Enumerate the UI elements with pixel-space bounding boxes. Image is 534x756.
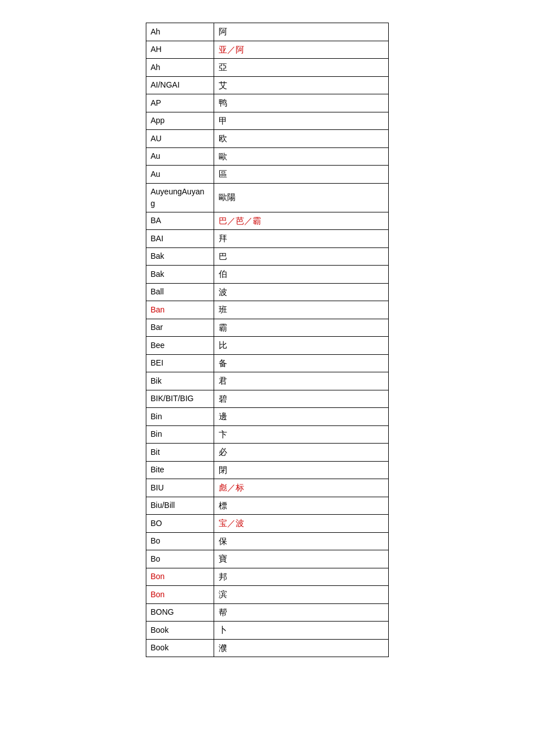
table-row: App甲 [146, 112, 388, 130]
chinese-cell: 區 [214, 166, 388, 184]
chinese-cell: 拜 [214, 230, 388, 248]
romanization-cell: Ball [146, 283, 214, 301]
romanization-cell: BIK/BIT/BIG [146, 390, 214, 408]
romanization-cell: AuyeungAuyang [146, 183, 214, 212]
chinese-cell: 必 [214, 444, 388, 462]
chinese-cell: 彪／标 [214, 479, 388, 497]
chinese-cell: 巴 [214, 247, 388, 266]
table-row: Bite閉 [146, 461, 388, 479]
romanization-cell: Bar [146, 319, 214, 337]
table-row: Bar霸 [146, 319, 388, 337]
romanization-cell: BO [146, 515, 214, 533]
table-row: BONG帮 [146, 603, 388, 622]
romanization-cell: Bee [146, 337, 214, 355]
chinese-cell: 標 [214, 497, 388, 515]
table-row: BA巴／芭／霸 [146, 212, 388, 230]
table-row: Bon邦 [146, 568, 388, 586]
romanization-cell: Book [146, 639, 214, 657]
romanization-cell: BONG [146, 603, 214, 622]
romanization-cell: Book [146, 622, 214, 640]
table-row: Biu/Bill標 [146, 497, 388, 515]
chinese-cell: 波 [214, 283, 388, 301]
romanization-cell: AP [146, 94, 214, 112]
table-row: Bon滨 [146, 586, 388, 604]
table-row: AP鸭 [146, 94, 388, 112]
romanization-cell: Bon [146, 586, 214, 604]
table-row: Ah阿 [146, 23, 388, 41]
romanization-cell: Bit [146, 444, 214, 462]
romanization-cell: Bo [146, 532, 214, 550]
table-row: AH亚／阿 [146, 41, 388, 59]
romanization-cell: Bon [146, 568, 214, 586]
romanization-cell: Ah [146, 23, 214, 41]
table-row: AU欧 [146, 130, 388, 148]
table-row: BIU彪／标 [146, 479, 388, 497]
table-row: BEI备 [146, 354, 388, 372]
table-row: Au區 [146, 166, 388, 184]
table-row: Ball波 [146, 283, 388, 301]
romanization-cell: Bin [146, 408, 214, 426]
chinese-cell: 巴／芭／霸 [214, 212, 388, 230]
romanization-cell: AI/NGAI [146, 76, 214, 94]
romanization-cell: Bin [146, 425, 214, 444]
chinese-cell: 亚／阿 [214, 41, 388, 59]
chinese-cell: 阿 [214, 23, 388, 41]
table-row: BO宝／波 [146, 515, 388, 533]
table-row: AI/NGAI艾 [146, 76, 388, 94]
table-row: Bo保 [146, 532, 388, 550]
chinese-cell: 比 [214, 337, 388, 355]
table-row: Bo寶 [146, 550, 388, 568]
table-row: Ban班 [146, 301, 388, 319]
chinese-cell: 君 [214, 372, 388, 390]
chinese-cell: 欧 [214, 130, 388, 148]
chinese-cell: 保 [214, 532, 388, 550]
chinese-cell: 鸭 [214, 94, 388, 112]
table-row: Bee比 [146, 337, 388, 355]
chinese-cell: 歐陽 [214, 183, 388, 212]
romanization-cell: BAI [146, 230, 214, 248]
chinese-cell: 艾 [214, 76, 388, 94]
romanization-cell: Bik [146, 372, 214, 390]
table-row: AuyeungAuyang歐陽 [146, 183, 388, 212]
table-row: Ah亞 [146, 59, 388, 77]
romanization-cell: Au [146, 147, 214, 166]
chinese-cell: 伯 [214, 266, 388, 284]
romanization-cell: AU [146, 130, 214, 148]
chinese-cell: 碧 [214, 390, 388, 408]
chinese-cell: 甲 [214, 112, 388, 130]
chinese-cell: 卞 [214, 425, 388, 444]
romanization-cell: App [146, 112, 214, 130]
romanization-cell: Bak [146, 247, 214, 266]
table-row: Bik君 [146, 372, 388, 390]
table-row: BIK/BIT/BIG碧 [146, 390, 388, 408]
romanization-cell: Ban [146, 301, 214, 319]
romanization-cell: Au [146, 166, 214, 184]
chinese-cell: 歐 [214, 147, 388, 166]
romanization-cell: AH [146, 41, 214, 59]
chinese-cell: 邊 [214, 408, 388, 426]
main-container: Ah阿AH亚／阿Ah亞AI/NGAI艾AP鸭App甲AU欧Au歐Au區Auyeu… [146, 23, 389, 733]
table-row: Book濮 [146, 639, 388, 657]
table-row: Bin卞 [146, 425, 388, 444]
romanization-table: Ah阿AH亚／阿Ah亞AI/NGAI艾AP鸭App甲AU欧Au歐Au區Auyeu… [146, 23, 389, 657]
romanization-cell: Bo [146, 550, 214, 568]
chinese-cell: 閉 [214, 461, 388, 479]
romanization-cell: BEI [146, 354, 214, 372]
chinese-cell: 滨 [214, 586, 388, 604]
chinese-cell: 邦 [214, 568, 388, 586]
romanization-cell: Bak [146, 266, 214, 284]
chinese-cell: 卜 [214, 622, 388, 640]
table-row: Bak伯 [146, 266, 388, 284]
table-row: Book卜 [146, 622, 388, 640]
chinese-cell: 亞 [214, 59, 388, 77]
table-row: Au歐 [146, 147, 388, 166]
chinese-cell: 霸 [214, 319, 388, 337]
table-row: Bit必 [146, 444, 388, 462]
chinese-cell: 班 [214, 301, 388, 319]
chinese-cell: 寶 [214, 550, 388, 568]
chinese-cell: 宝／波 [214, 515, 388, 533]
chinese-cell: 濮 [214, 639, 388, 657]
romanization-cell: Ah [146, 59, 214, 77]
table-row: Bin邊 [146, 408, 388, 426]
chinese-cell: 帮 [214, 603, 388, 622]
